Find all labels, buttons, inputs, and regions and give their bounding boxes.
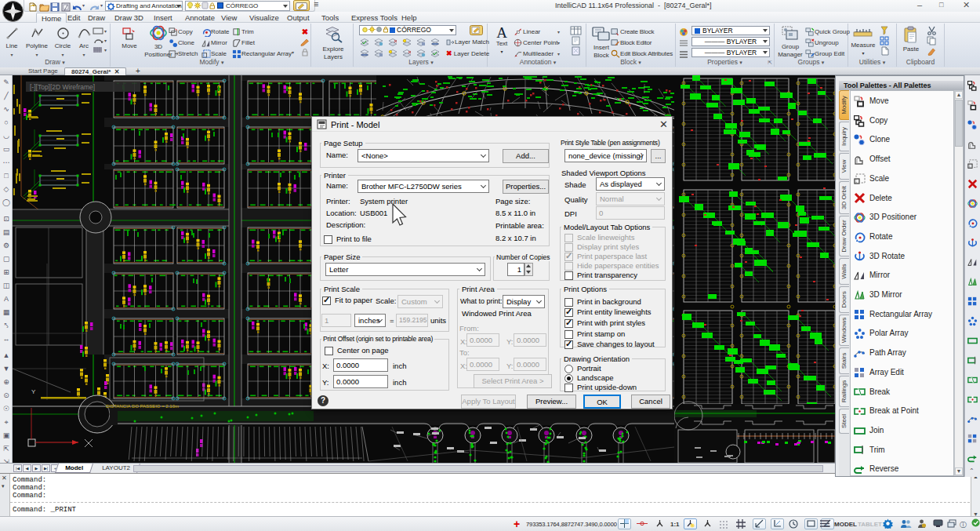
svg-text:[-][Top][2D Wireframe]: [-][Top][2D Wireframe] — [30, 83, 95, 91]
svg-text:Y: Y — [31, 388, 36, 395]
svg-text:DISTANCIA DO PASSEIO = 2.10m: DISTANCIA DO PASSEIO = 2.10m — [106, 404, 179, 409]
